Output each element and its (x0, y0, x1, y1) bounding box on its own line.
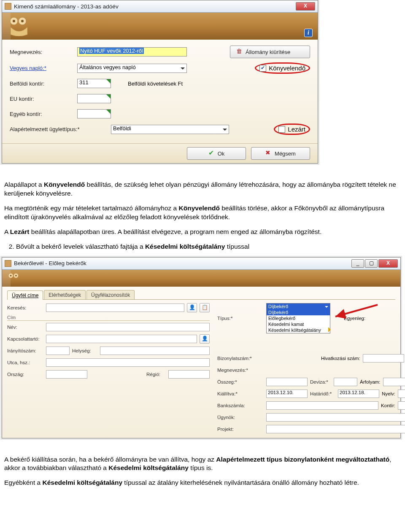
input-helyseg[interactable] (100, 347, 210, 355)
tab-ugyfel-cime[interactable]: Ügyfél címe (7, 290, 43, 300)
titlebar[interactable]: Kimenő számlaállomány - 2013-as adóév X (2, 0, 318, 13)
input-kereses[interactable] (46, 304, 184, 312)
section-cim: Cím (7, 315, 210, 321)
minimize-button[interactable]: _ (351, 259, 364, 268)
label-hivatkozas: Hivatkozási szám: (321, 356, 360, 361)
input-arfolyam[interactable] (383, 378, 405, 386)
combo-tipus-opt-2[interactable]: Késedelmi kamat (267, 321, 330, 327)
combo-vegyes-naplo[interactable]: Általános vegyes napló (77, 64, 187, 73)
annotation-lezart: Lezárt (274, 124, 310, 135)
input-megnevezes-value: Nyitó HUF vevők 2012-ről (79, 48, 144, 54)
label-kapcsolattarto: Kapcsolattartó: (7, 336, 43, 341)
input-orszag[interactable] (46, 370, 87, 379)
label-orszag: Ország: (7, 372, 43, 377)
app-icon-2 (5, 260, 11, 267)
label-arfolyam: Árfolyam: (360, 379, 381, 384)
owl-logo (5, 14, 32, 36)
cursor-marker-icon (328, 327, 333, 332)
checkbox-konyvelendo[interactable]: ✔ (259, 65, 266, 72)
label-irsz: Irányítószám: (7, 348, 43, 353)
footer: Ok Mégsem (2, 143, 318, 163)
window-title: Kimenő számlaállomány - 2013-as adóév (14, 3, 119, 10)
paragraph-2: Ha megtörténik egy már tételeket tartalm… (4, 204, 401, 222)
input-projekt[interactable] (266, 425, 405, 433)
window-szamlaallomany: Kimenő számlaállomány - 2013-as adóév X … (2, 0, 318, 164)
input-eu-kontir[interactable] (77, 94, 111, 103)
label-belfoldi-kontir: Belföldi kontír: (10, 81, 73, 87)
close-button[interactable]: X (296, 2, 315, 11)
input-megnevezes[interactable]: Nyitó HUF vevők 2012-ről (77, 47, 187, 56)
banner: i (2, 13, 318, 40)
document-text-1: Alapállapot a Könyvelendő beállítás, de … (0, 172, 405, 251)
panel-right: Típus:* Díjbekérő Díjbekérő Előlegbekérő… (217, 303, 405, 436)
input-kapcsolattarto[interactable] (46, 335, 197, 343)
owl-logo-2 (5, 271, 22, 285)
label-kontir: Kontír: (381, 403, 395, 408)
window-buttons: X (296, 2, 315, 11)
input-kontir[interactable] (398, 401, 405, 410)
combo-tipus-opt-3[interactable]: Késedelmi költségátalány (267, 327, 330, 333)
input-deviza[interactable] (334, 378, 357, 386)
label-helyseg: Helység: (72, 348, 97, 353)
window-bekerolevel: Bekérőlevél - Előleg bekérők _ ▢ X Ügyfé… (2, 257, 401, 438)
paragraph-1: Alapállapot a Könyvelendő beállítás, de … (4, 180, 401, 198)
label-eu-kontir: EU kontír: (10, 96, 73, 102)
label-ugylettipus: Alapértelmezett ügylettípus:* (10, 126, 107, 132)
input-osszeg[interactable] (266, 378, 308, 386)
svg-point-6 (10, 275, 12, 277)
label-deviza: Deviza:* (310, 379, 331, 384)
label-megnevezes2: Megnevezés:* (217, 368, 264, 373)
input-kiallitva[interactable]: 2013.12.10. (266, 390, 308, 398)
input-nev[interactable] (46, 323, 210, 331)
button-megsem[interactable]: Mégsem (251, 147, 310, 160)
combo-tipus-opt-1[interactable]: Előlegbekérő (267, 315, 330, 321)
label-egyenleg: Egyenleg: (344, 316, 365, 321)
input-hatarido[interactable]: 2013.12.18. (338, 390, 379, 398)
button-allomany-kiurit[interactable]: Állomány kiürítése (230, 46, 310, 58)
x-icon (265, 150, 272, 157)
checkbox-lezart[interactable] (278, 126, 285, 133)
label-hatarido: Határidő:* (310, 391, 335, 396)
list: Bővült a bekérő levelek választható fajt… (16, 242, 401, 251)
label-nyelv: Nyelv: (382, 391, 395, 396)
combo-tipus-selected: Díjbekérő (267, 304, 330, 309)
maximize-button[interactable]: ▢ (365, 259, 378, 268)
list-item-2: Bővült a bekérő levelek választható fajt… (16, 242, 401, 251)
window-title-2: Bekérőlevél - Előleg bekérők (14, 260, 86, 266)
input-ugynok[interactable] (266, 413, 405, 422)
input-nyelv[interactable] (398, 390, 405, 398)
combo-ugylettipus[interactable]: Belföldi (111, 125, 229, 134)
button-ok[interactable]: Ok (187, 147, 246, 160)
label-regio: Régió: (146, 372, 166, 377)
button-kapcs-add[interactable]: 👤 (200, 334, 210, 344)
label-kiallitva: Kiállítva:* (217, 391, 264, 396)
combo-tipus-open[interactable]: Díjbekérő Díjbekérő Előlegbekérő Késedel… (266, 303, 330, 333)
label-nev: Név: (7, 325, 43, 330)
label-lezart: Lezárt (288, 126, 305, 133)
tab-elerhetosegek[interactable]: Elérhetőségek (44, 290, 86, 299)
label-vegyes-naplo[interactable]: Vegyes napló:* (10, 65, 73, 71)
button-search-person[interactable]: 👤 (187, 303, 197, 312)
input-bankszamla[interactable] (266, 401, 378, 410)
input-utca[interactable] (46, 358, 210, 367)
label-bizonylat: Bizonylatszám:* (217, 356, 264, 361)
input-irsz[interactable] (46, 347, 70, 355)
value-egyenleg: 0 (400, 316, 405, 321)
button-search-list[interactable]: 📋 (200, 303, 210, 312)
input-egyeb-kontir[interactable] (77, 109, 111, 118)
banner-2 (2, 270, 400, 287)
tabs: Ügyfél címe Elérhetőségek Ügyfélazonosít… (7, 290, 395, 300)
svg-point-7 (15, 275, 17, 277)
input-regio[interactable] (168, 370, 210, 379)
info-icon[interactable]: i (304, 29, 313, 37)
input-belfoldi-kontir[interactable]: 311 (77, 79, 111, 88)
tab-ugyfelazonositok[interactable]: Ügyfélazonosítók (86, 290, 135, 299)
combo-tipus-opt-0[interactable]: Díjbekérő (267, 309, 330, 315)
document-text-2: A bekérő kiállítása során, ha a bekérő á… (0, 447, 405, 488)
label-osszeg: Összeg:* (217, 379, 264, 384)
close-button-2[interactable]: X (378, 259, 398, 268)
input-hivatkozas[interactable] (363, 354, 404, 363)
paragraph-4: A bekérő kiállítása során, ha a bekérő á… (4, 455, 401, 473)
label-egyeb-kontir: Egyéb kontír: (10, 111, 73, 117)
titlebar-2[interactable]: Bekérőlevél - Előleg bekérők _ ▢ X (2, 258, 400, 270)
